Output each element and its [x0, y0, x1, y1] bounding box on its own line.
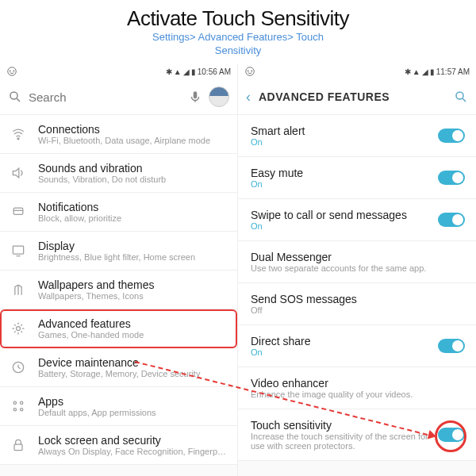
settings-row-title: Lock screen and security	[38, 434, 228, 447]
status-time: 11:57 AM	[436, 67, 470, 76]
settings-row-subtitle: Wi-Fi, Bluetooth, Data usage, Airplane m…	[38, 136, 228, 145]
settings-row[interactable]: Lock screen and securityAlways On Displa…	[0, 426, 237, 465]
mic-icon[interactable]	[188, 90, 202, 104]
status-bar: ✱ ▲ ◢ ▮ 11:57 AM	[238, 64, 476, 80]
settings-row-subtitle: Block, allow, prioritize	[38, 213, 228, 223]
feature-row[interactable]: Swipe to call or send messagesOn	[238, 199, 476, 241]
settings-row[interactable]: Advanced featuresGames, One-handed mode	[0, 309, 237, 348]
feature-row-title: Video enhancer	[251, 377, 465, 390]
toggle-switch[interactable]	[438, 213, 465, 227]
settings-row[interactable]: AppsDefault apps, App permissions	[0, 387, 237, 426]
search-input[interactable]	[29, 90, 182, 104]
settings-row-title: Device maintenance	[38, 356, 228, 369]
signal-icon: ◢	[183, 67, 190, 76]
phone-settings: ✱ ▲ ◢ ▮ 10:56 AM ConnectionsWi-Fi, Bluet…	[0, 64, 238, 476]
status-time: 10:56 AM	[198, 67, 231, 76]
settings-row-title: Display	[38, 240, 228, 252]
settings-row[interactable]: Wallpapers and themesWallpapers, Themes,…	[0, 271, 237, 309]
svg-point-21	[251, 70, 252, 71]
toggle-switch[interactable]	[438, 129, 465, 143]
settings-row[interactable]: Sounds and vibrationSounds, Vibration, D…	[0, 154, 237, 193]
feature-row-subtitle: Increase the touch sensitivity of the sc…	[251, 432, 438, 451]
svg-point-2	[13, 70, 14, 71]
svg-point-1	[10, 70, 11, 71]
status-bar: ✱ ▲ ◢ ▮ 10:56 AM	[0, 64, 237, 80]
reddit-icon	[6, 66, 17, 77]
signal-icon: ◢	[422, 67, 428, 76]
breadcrumb-line: Sensitivity	[0, 44, 476, 58]
toggle-switch[interactable]	[438, 339, 465, 353]
search-icon[interactable]	[454, 90, 468, 104]
feature-row-subtitle: Use two separate accounts for the same a…	[251, 263, 465, 273]
search-bar[interactable]	[0, 80, 237, 115]
wifi-icon: ▲	[413, 67, 420, 76]
feature-row[interactable]: Dual MessengerUse two separate accounts …	[238, 241, 476, 283]
battery-icon: ▮	[191, 67, 196, 76]
toggle-switch[interactable]	[438, 428, 465, 442]
feature-row-title: Smart alert	[251, 125, 438, 137]
settings-row-title: Advanced features	[38, 317, 228, 330]
feature-row[interactable]: Direct shareOn	[238, 325, 476, 367]
advanced-icon	[10, 321, 27, 336]
svg-point-17	[21, 408, 23, 410]
bluetooth-icon: ✱	[166, 67, 172, 76]
avatar[interactable]	[209, 86, 229, 107]
feature-row-subtitle: On	[251, 179, 438, 189]
settings-row-title: Notifications	[38, 201, 228, 213]
settings-row-subtitle: Wallpapers, Themes, Icons	[38, 291, 228, 301]
page-title: Activate Touch Sensitivity	[0, 6, 476, 31]
settings-row-subtitle: Battery, Storage, Memory, Device securit…	[38, 369, 228, 378]
svg-line-23	[463, 99, 466, 102]
breadcrumb-line: Settings> Advanced Features> Touch	[0, 31, 476, 44]
svg-rect-7	[13, 208, 23, 214]
feature-row[interactable]: Send SOS messagesOff	[238, 283, 476, 325]
svg-rect-18	[14, 444, 22, 451]
feature-row-subtitle: On	[251, 137, 438, 147]
settings-row[interactable]: Device maintenanceBattery, Storage, Memo…	[0, 348, 237, 387]
svg-point-19	[246, 67, 255, 76]
settings-row[interactable]: NotificationsBlock, allow, prioritize	[0, 193, 237, 232]
feature-row[interactable]: Touch sensitivityIncrease the touch sens…	[238, 409, 476, 461]
settings-row-subtitle: Always On Display, Face Recognition, Fin…	[38, 447, 228, 456]
svg-point-22	[456, 92, 463, 99]
svg-rect-9	[13, 246, 23, 254]
wallpaper-icon	[10, 282, 27, 298]
settings-row-subtitle: Brightness, Blue light filter, Home scre…	[38, 252, 228, 262]
settings-row-subtitle: Sounds, Vibration, Do not disturb	[38, 175, 228, 184]
feature-row-title: Touch sensitivity	[251, 419, 438, 432]
settings-row-subtitle: Games, One-handed mode	[38, 330, 228, 340]
feature-row-title: Dual Messenger	[251, 251, 465, 263]
toggle-switch[interactable]	[438, 171, 465, 185]
settings-row-title: Apps	[38, 395, 228, 408]
svg-point-20	[248, 70, 249, 71]
settings-row[interactable]: DisplayBrightness, Blue light filter, Ho…	[0, 232, 237, 271]
settings-row[interactable]: ConnectionsWi-Fi, Bluetooth, Data usage,…	[0, 115, 237, 154]
feature-row[interactable]: Video enhancerEnhance the image quality …	[238, 367, 476, 409]
svg-point-15	[21, 401, 23, 404]
wifi-icon: ▲	[174, 67, 182, 76]
feature-row[interactable]: Easy muteOn	[238, 157, 476, 199]
svg-rect-5	[194, 92, 198, 99]
screen-title: ADVANCED FEATURES	[259, 90, 446, 103]
svg-point-3	[10, 92, 17, 99]
search-icon	[8, 90, 22, 104]
reddit-icon	[244, 66, 255, 77]
svg-point-0	[8, 67, 17, 76]
feature-row-title: Easy mute	[251, 167, 438, 179]
settings-row-subtitle: Default apps, App permissions	[38, 408, 228, 417]
feature-row-subtitle: On	[251, 347, 438, 357]
lock-icon	[10, 437, 27, 453]
settings-row-title: Connections	[38, 123, 228, 136]
display-icon	[10, 243, 27, 259]
feature-row-title: Swipe to call or send messages	[251, 209, 438, 221]
back-button[interactable]: ‹	[246, 89, 251, 106]
settings-list: ConnectionsWi-Fi, Bluetooth, Data usage,…	[0, 115, 237, 476]
settings-row-title: Wallpapers and themes	[38, 278, 228, 291]
svg-point-16	[13, 408, 16, 410]
advanced-features-list: Smart alertOnEasy muteOnSwipe to call or…	[238, 115, 476, 476]
bluetooth-icon: ✱	[405, 67, 411, 76]
feature-row-title: Send SOS messages	[251, 293, 465, 305]
feature-row[interactable]: Smart alertOn	[238, 115, 476, 157]
notifications-icon	[10, 204, 27, 220]
feature-row-subtitle: Off	[251, 305, 465, 315]
